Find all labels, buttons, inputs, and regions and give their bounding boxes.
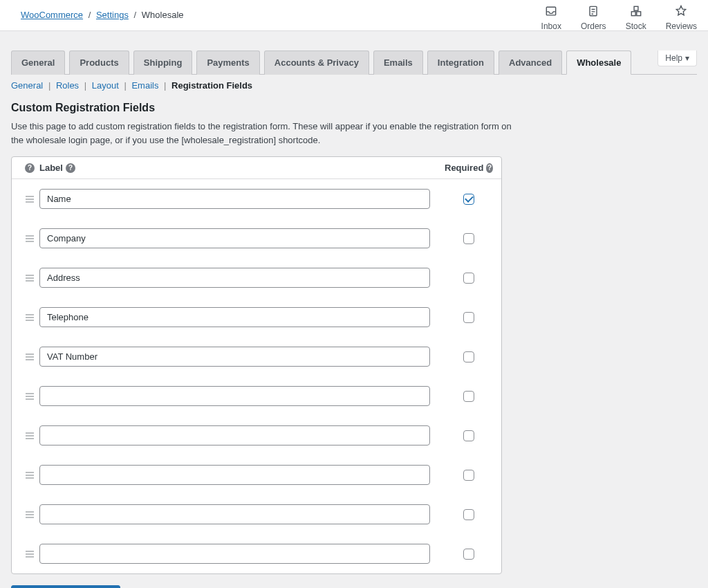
- drag-handle[interactable]: [20, 472, 39, 479]
- help-icon[interactable]: ?: [486, 163, 493, 173]
- drag-handle[interactable]: [20, 432, 39, 439]
- activity-label: Reviews: [666, 21, 697, 31]
- field-required-checkbox[interactable]: [463, 509, 474, 520]
- registration-fields-table: ? Label ? Required ?: [11, 156, 502, 574]
- subtab-roles[interactable]: Roles: [56, 80, 79, 91]
- tab-payments[interactable]: Payments: [196, 50, 259, 75]
- activity-panel: Inbox Orders Stock Reviews: [541, 4, 697, 31]
- drag-handle[interactable]: [20, 196, 39, 203]
- subtab-current: Registration Fields: [171, 80, 252, 91]
- field-label-input[interactable]: [39, 307, 430, 327]
- field-required-checkbox[interactable]: [463, 194, 474, 205]
- help-tab[interactable]: Help ▾: [658, 50, 697, 66]
- table-row: [12, 416, 501, 455]
- activity-stock[interactable]: Stock: [626, 4, 646, 31]
- field-label-input[interactable]: [39, 465, 430, 485]
- save-button[interactable]: Save registration fields: [11, 585, 120, 588]
- tab-wholesale[interactable]: Wholesale: [566, 50, 631, 75]
- tab-products[interactable]: Products: [69, 50, 129, 75]
- field-label-input[interactable]: [39, 228, 430, 248]
- table-row: [12, 179, 501, 219]
- field-required-checkbox[interactable]: [463, 273, 474, 284]
- subtab-general[interactable]: General: [11, 80, 43, 91]
- inbox-icon: [544, 4, 558, 20]
- svg-rect-0: [547, 7, 556, 15]
- table-row: [12, 455, 501, 495]
- breadcrumb: WooCommerce / Settings / Wholesale: [21, 4, 184, 20]
- table-row: [12, 258, 501, 297]
- tab-advanced[interactable]: Advanced: [499, 50, 562, 75]
- help-icon[interactable]: ?: [25, 163, 35, 173]
- field-required-checkbox[interactable]: [463, 233, 474, 244]
- breadcrumb-current: Wholesale: [142, 10, 184, 20]
- activity-label: Stock: [626, 21, 646, 31]
- breadcrumb-sep: /: [88, 10, 91, 20]
- tab-general[interactable]: General: [11, 50, 65, 75]
- table-row: [12, 219, 501, 258]
- field-required-checkbox[interactable]: [463, 391, 474, 402]
- subtabs-sep: |: [124, 80, 129, 91]
- subtabs-sep: |: [48, 80, 53, 91]
- tab-integration[interactable]: Integration: [427, 50, 494, 75]
- subtabs-sep: |: [84, 80, 89, 91]
- stock-icon: [629, 4, 643, 20]
- reviews-icon: [674, 4, 688, 20]
- help-icon[interactable]: ?: [66, 163, 75, 173]
- field-required-checkbox[interactable]: [463, 430, 474, 441]
- drag-handle[interactable]: [20, 235, 39, 242]
- field-required-checkbox[interactable]: [463, 549, 474, 560]
- svg-rect-2: [631, 12, 635, 16]
- breadcrumb-sep: /: [134, 10, 137, 20]
- table-row: [12, 297, 501, 337]
- subtab-emails[interactable]: Emails: [131, 80, 158, 91]
- field-label-input[interactable]: [39, 347, 430, 367]
- column-label-required: Required: [445, 163, 483, 173]
- field-label-input[interactable]: [39, 425, 430, 445]
- section-description: Use this page to add custom registration…: [11, 120, 516, 147]
- activity-label: Inbox: [541, 21, 561, 31]
- table-row: [12, 495, 501, 534]
- field-label-input[interactable]: [39, 504, 430, 524]
- field-label-input[interactable]: [39, 544, 430, 564]
- table-row: [12, 376, 501, 416]
- table-row: [12, 337, 501, 376]
- svg-rect-4: [634, 6, 638, 10]
- drag-handle[interactable]: [20, 551, 39, 558]
- activity-inbox[interactable]: Inbox: [541, 4, 561, 31]
- activity-reviews[interactable]: Reviews: [666, 4, 697, 31]
- drag-handle[interactable]: [20, 314, 39, 321]
- tab-shipping[interactable]: Shipping: [133, 50, 193, 75]
- chevron-down-icon: ▾: [685, 53, 689, 63]
- tab-accounts-privacy[interactable]: Accounts & Privacy: [264, 50, 369, 75]
- field-label-input[interactable]: [39, 386, 430, 406]
- table-row: [12, 534, 501, 573]
- breadcrumb-woocommerce[interactable]: WooCommerce: [21, 10, 83, 20]
- field-required-checkbox[interactable]: [463, 312, 474, 323]
- table-header: ? Label ? Required ?: [12, 157, 501, 179]
- subtabs-sep: |: [164, 80, 169, 91]
- activity-orders[interactable]: Orders: [581, 4, 606, 31]
- subtab-layout[interactable]: Layout: [92, 80, 119, 91]
- svg-rect-3: [636, 12, 640, 16]
- field-label-input[interactable]: [39, 189, 430, 209]
- drag-handle[interactable]: [20, 275, 39, 282]
- field-required-checkbox[interactable]: [463, 470, 474, 481]
- settings-tabs: GeneralProductsShippingPaymentsAccounts …: [11, 50, 697, 75]
- help-tab-label: Help: [665, 53, 682, 63]
- breadcrumb-settings[interactable]: Settings: [96, 10, 129, 20]
- drag-handle[interactable]: [20, 511, 39, 518]
- drag-handle[interactable]: [20, 393, 39, 400]
- field-label-input[interactable]: [39, 268, 430, 288]
- section-title: Custom Registration Fields: [11, 102, 697, 114]
- tab-emails[interactable]: Emails: [373, 50, 423, 75]
- drag-handle[interactable]: [20, 353, 39, 360]
- orders-icon: [586, 4, 600, 20]
- field-required-checkbox[interactable]: [463, 351, 474, 362]
- wholesale-subtabs: General | Roles | Layout | Emails | Regi…: [11, 80, 697, 91]
- activity-label: Orders: [581, 21, 606, 31]
- column-label-label: Label: [39, 163, 63, 173]
